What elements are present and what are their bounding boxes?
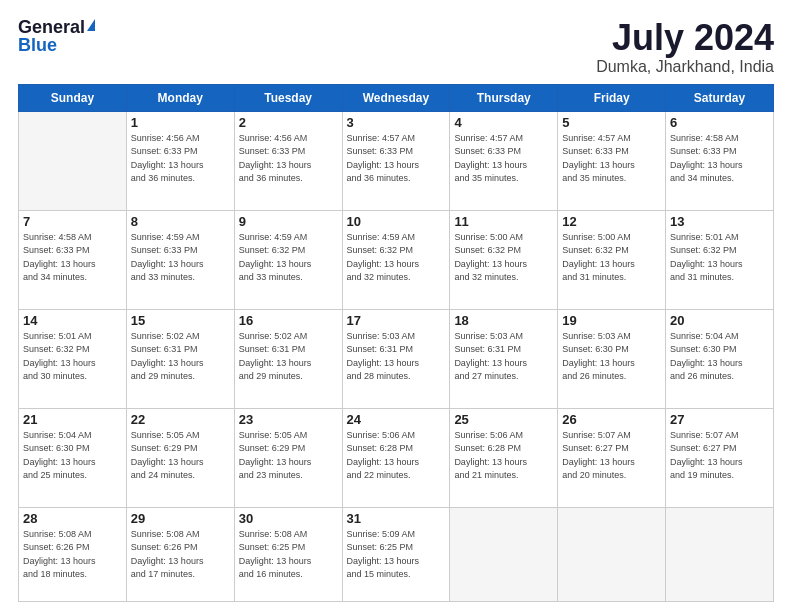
- day-number: 7: [23, 214, 122, 229]
- calendar-week-row: 1Sunrise: 4:56 AMSunset: 6:33 PMDaylight…: [19, 111, 774, 210]
- day-number: 21: [23, 412, 122, 427]
- col-wednesday: Wednesday: [342, 84, 450, 111]
- calendar-cell: [19, 111, 127, 210]
- day-number: 27: [670, 412, 769, 427]
- calendar-cell: 21Sunrise: 5:04 AMSunset: 6:30 PMDayligh…: [19, 408, 127, 507]
- day-number: 17: [347, 313, 446, 328]
- logo-triangle-icon: [87, 19, 95, 31]
- calendar-week-row: 28Sunrise: 5:08 AMSunset: 6:26 PMDayligh…: [19, 507, 774, 601]
- day-info: Sunrise: 5:05 AMSunset: 6:29 PMDaylight:…: [131, 429, 230, 483]
- day-number: 23: [239, 412, 338, 427]
- calendar-table: Sunday Monday Tuesday Wednesday Thursday…: [18, 84, 774, 602]
- day-info: Sunrise: 4:57 AMSunset: 6:33 PMDaylight:…: [454, 132, 553, 186]
- calendar-cell: 5Sunrise: 4:57 AMSunset: 6:33 PMDaylight…: [558, 111, 666, 210]
- calendar-header-row: Sunday Monday Tuesday Wednesday Thursday…: [19, 84, 774, 111]
- calendar-cell: 13Sunrise: 5:01 AMSunset: 6:32 PMDayligh…: [666, 210, 774, 309]
- day-number: 25: [454, 412, 553, 427]
- day-info: Sunrise: 4:59 AMSunset: 6:32 PMDaylight:…: [239, 231, 338, 285]
- day-number: 15: [131, 313, 230, 328]
- calendar-cell: 31Sunrise: 5:09 AMSunset: 6:25 PMDayligh…: [342, 507, 450, 601]
- day-info: Sunrise: 5:00 AMSunset: 6:32 PMDaylight:…: [454, 231, 553, 285]
- calendar-cell: 15Sunrise: 5:02 AMSunset: 6:31 PMDayligh…: [126, 309, 234, 408]
- day-info: Sunrise: 5:07 AMSunset: 6:27 PMDaylight:…: [562, 429, 661, 483]
- calendar-cell: 17Sunrise: 5:03 AMSunset: 6:31 PMDayligh…: [342, 309, 450, 408]
- day-info: Sunrise: 4:56 AMSunset: 6:33 PMDaylight:…: [131, 132, 230, 186]
- calendar-cell: [450, 507, 558, 601]
- title-block: July 2024 Dumka, Jharkhand, India: [596, 18, 774, 76]
- day-info: Sunrise: 4:58 AMSunset: 6:33 PMDaylight:…: [670, 132, 769, 186]
- calendar-cell: 19Sunrise: 5:03 AMSunset: 6:30 PMDayligh…: [558, 309, 666, 408]
- calendar-cell: 30Sunrise: 5:08 AMSunset: 6:25 PMDayligh…: [234, 507, 342, 601]
- day-number: 12: [562, 214, 661, 229]
- day-info: Sunrise: 4:59 AMSunset: 6:33 PMDaylight:…: [131, 231, 230, 285]
- day-number: 2: [239, 115, 338, 130]
- logo-blue-text: Blue: [18, 36, 57, 54]
- day-number: 26: [562, 412, 661, 427]
- calendar-cell: 6Sunrise: 4:58 AMSunset: 6:33 PMDaylight…: [666, 111, 774, 210]
- day-info: Sunrise: 5:09 AMSunset: 6:25 PMDaylight:…: [347, 528, 446, 582]
- day-number: 24: [347, 412, 446, 427]
- calendar-cell: 22Sunrise: 5:05 AMSunset: 6:29 PMDayligh…: [126, 408, 234, 507]
- calendar-cell: 16Sunrise: 5:02 AMSunset: 6:31 PMDayligh…: [234, 309, 342, 408]
- day-info: Sunrise: 5:01 AMSunset: 6:32 PMDaylight:…: [23, 330, 122, 384]
- day-number: 29: [131, 511, 230, 526]
- day-info: Sunrise: 5:01 AMSunset: 6:32 PMDaylight:…: [670, 231, 769, 285]
- calendar-cell: 9Sunrise: 4:59 AMSunset: 6:32 PMDaylight…: [234, 210, 342, 309]
- day-number: 1: [131, 115, 230, 130]
- day-info: Sunrise: 5:02 AMSunset: 6:31 PMDaylight:…: [131, 330, 230, 384]
- day-number: 22: [131, 412, 230, 427]
- day-number: 10: [347, 214, 446, 229]
- calendar-cell: [558, 507, 666, 601]
- day-info: Sunrise: 5:03 AMSunset: 6:31 PMDaylight:…: [454, 330, 553, 384]
- day-info: Sunrise: 4:56 AMSunset: 6:33 PMDaylight:…: [239, 132, 338, 186]
- calendar-week-row: 7Sunrise: 4:58 AMSunset: 6:33 PMDaylight…: [19, 210, 774, 309]
- day-number: 19: [562, 313, 661, 328]
- calendar-cell: 25Sunrise: 5:06 AMSunset: 6:28 PMDayligh…: [450, 408, 558, 507]
- day-number: 11: [454, 214, 553, 229]
- day-number: 28: [23, 511, 122, 526]
- calendar-cell: 20Sunrise: 5:04 AMSunset: 6:30 PMDayligh…: [666, 309, 774, 408]
- col-saturday: Saturday: [666, 84, 774, 111]
- day-info: Sunrise: 4:58 AMSunset: 6:33 PMDaylight:…: [23, 231, 122, 285]
- day-info: Sunrise: 5:06 AMSunset: 6:28 PMDaylight:…: [347, 429, 446, 483]
- calendar-cell: 23Sunrise: 5:05 AMSunset: 6:29 PMDayligh…: [234, 408, 342, 507]
- calendar-cell: 11Sunrise: 5:00 AMSunset: 6:32 PMDayligh…: [450, 210, 558, 309]
- day-number: 16: [239, 313, 338, 328]
- calendar-location: Dumka, Jharkhand, India: [596, 58, 774, 76]
- day-info: Sunrise: 5:04 AMSunset: 6:30 PMDaylight:…: [23, 429, 122, 483]
- logo: General Blue: [18, 18, 95, 54]
- day-number: 3: [347, 115, 446, 130]
- day-info: Sunrise: 5:06 AMSunset: 6:28 PMDaylight:…: [454, 429, 553, 483]
- calendar-cell: 2Sunrise: 4:56 AMSunset: 6:33 PMDaylight…: [234, 111, 342, 210]
- calendar-cell: 26Sunrise: 5:07 AMSunset: 6:27 PMDayligh…: [558, 408, 666, 507]
- day-number: 4: [454, 115, 553, 130]
- day-number: 5: [562, 115, 661, 130]
- calendar-cell: 29Sunrise: 5:08 AMSunset: 6:26 PMDayligh…: [126, 507, 234, 601]
- calendar-cell: 1Sunrise: 4:56 AMSunset: 6:33 PMDaylight…: [126, 111, 234, 210]
- col-friday: Friday: [558, 84, 666, 111]
- day-info: Sunrise: 5:08 AMSunset: 6:25 PMDaylight:…: [239, 528, 338, 582]
- day-info: Sunrise: 5:03 AMSunset: 6:31 PMDaylight:…: [347, 330, 446, 384]
- day-number: 30: [239, 511, 338, 526]
- calendar-cell: 14Sunrise: 5:01 AMSunset: 6:32 PMDayligh…: [19, 309, 127, 408]
- calendar-cell: 28Sunrise: 5:08 AMSunset: 6:26 PMDayligh…: [19, 507, 127, 601]
- day-info: Sunrise: 4:57 AMSunset: 6:33 PMDaylight:…: [347, 132, 446, 186]
- day-number: 18: [454, 313, 553, 328]
- logo-general-text: General: [18, 18, 85, 36]
- day-info: Sunrise: 5:03 AMSunset: 6:30 PMDaylight:…: [562, 330, 661, 384]
- day-info: Sunrise: 5:08 AMSunset: 6:26 PMDaylight:…: [23, 528, 122, 582]
- calendar-cell: [666, 507, 774, 601]
- calendar-cell: 24Sunrise: 5:06 AMSunset: 6:28 PMDayligh…: [342, 408, 450, 507]
- calendar-cell: 7Sunrise: 4:58 AMSunset: 6:33 PMDaylight…: [19, 210, 127, 309]
- col-sunday: Sunday: [19, 84, 127, 111]
- day-info: Sunrise: 4:57 AMSunset: 6:33 PMDaylight:…: [562, 132, 661, 186]
- day-info: Sunrise: 5:05 AMSunset: 6:29 PMDaylight:…: [239, 429, 338, 483]
- calendar-cell: 10Sunrise: 4:59 AMSunset: 6:32 PMDayligh…: [342, 210, 450, 309]
- col-monday: Monday: [126, 84, 234, 111]
- calendar-cell: 3Sunrise: 4:57 AMSunset: 6:33 PMDaylight…: [342, 111, 450, 210]
- calendar-cell: 18Sunrise: 5:03 AMSunset: 6:31 PMDayligh…: [450, 309, 558, 408]
- day-info: Sunrise: 4:59 AMSunset: 6:32 PMDaylight:…: [347, 231, 446, 285]
- day-number: 13: [670, 214, 769, 229]
- calendar-cell: 8Sunrise: 4:59 AMSunset: 6:33 PMDaylight…: [126, 210, 234, 309]
- col-tuesday: Tuesday: [234, 84, 342, 111]
